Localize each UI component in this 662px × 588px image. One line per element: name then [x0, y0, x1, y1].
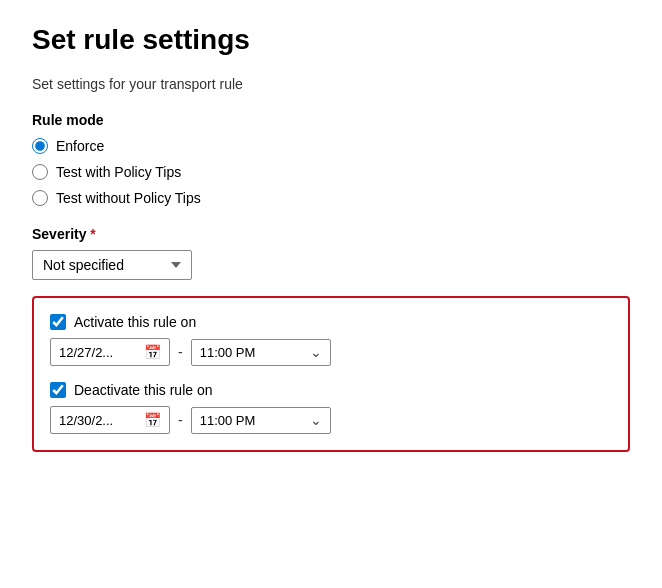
radio-test-with-tips[interactable]: Test with Policy Tips: [32, 164, 630, 180]
deactivate-label: Deactivate this rule on: [74, 382, 213, 398]
radio-enforce-label: Enforce: [56, 138, 104, 154]
radio-test-without-tips[interactable]: Test without Policy Tips: [32, 190, 630, 206]
activate-section: Activate this rule on 12/27/2... 📅 - 11:…: [50, 314, 612, 366]
activate-date-input[interactable]: 12/27/2... 📅: [50, 338, 170, 366]
radio-enforce[interactable]: Enforce: [32, 138, 630, 154]
activation-box: Activate this rule on 12/27/2... 📅 - 11:…: [32, 296, 630, 452]
deactivate-date-input[interactable]: 12/30/2... 📅: [50, 406, 170, 434]
rule-mode-group: Enforce Test with Policy Tips Test witho…: [32, 138, 630, 206]
radio-test-without-tips-input[interactable]: [32, 190, 48, 206]
radio-test-with-tips-input[interactable]: [32, 164, 48, 180]
activate-date-value: 12/27/2...: [59, 345, 140, 360]
activate-checkbox-row[interactable]: Activate this rule on: [50, 314, 612, 330]
deactivate-time-select-wrapper[interactable]: 11:00 PM 12:00 AM 1:00 AM: [191, 407, 331, 434]
activate-label: Activate this rule on: [74, 314, 196, 330]
deactivate-dash: -: [178, 412, 183, 428]
subtitle: Set settings for your transport rule: [32, 76, 630, 92]
deactivate-time-select[interactable]: 11:00 PM 12:00 AM 1:00 AM: [200, 413, 302, 428]
deactivate-checkbox[interactable]: [50, 382, 66, 398]
severity-select[interactable]: Not specified Low Medium High: [32, 250, 192, 280]
deactivate-section: Deactivate this rule on 12/30/2... 📅 - 1…: [50, 382, 612, 434]
deactivate-date-value: 12/30/2...: [59, 413, 140, 428]
activate-dash: -: [178, 344, 183, 360]
activate-calendar-icon: 📅: [144, 344, 161, 360]
deactivate-checkbox-row[interactable]: Deactivate this rule on: [50, 382, 612, 398]
activate-time-select[interactable]: 11:00 PM 12:00 AM 1:00 AM: [200, 345, 302, 360]
required-star: *: [86, 226, 95, 242]
deactivate-date-time-row: 12/30/2... 📅 - 11:00 PM 12:00 AM 1:00 AM: [50, 406, 612, 434]
page-title: Set rule settings: [32, 24, 630, 56]
activate-time-select-wrapper[interactable]: 11:00 PM 12:00 AM 1:00 AM: [191, 339, 331, 366]
radio-enforce-input[interactable]: [32, 138, 48, 154]
deactivate-calendar-icon: 📅: [144, 412, 161, 428]
activate-checkbox[interactable]: [50, 314, 66, 330]
severity-label: Severity *: [32, 226, 630, 242]
radio-test-without-tips-label: Test without Policy Tips: [56, 190, 201, 206]
rule-mode-label: Rule mode: [32, 112, 630, 128]
radio-test-with-tips-label: Test with Policy Tips: [56, 164, 181, 180]
activate-date-time-row: 12/27/2... 📅 - 11:00 PM 12:00 AM 1:00 AM: [50, 338, 612, 366]
